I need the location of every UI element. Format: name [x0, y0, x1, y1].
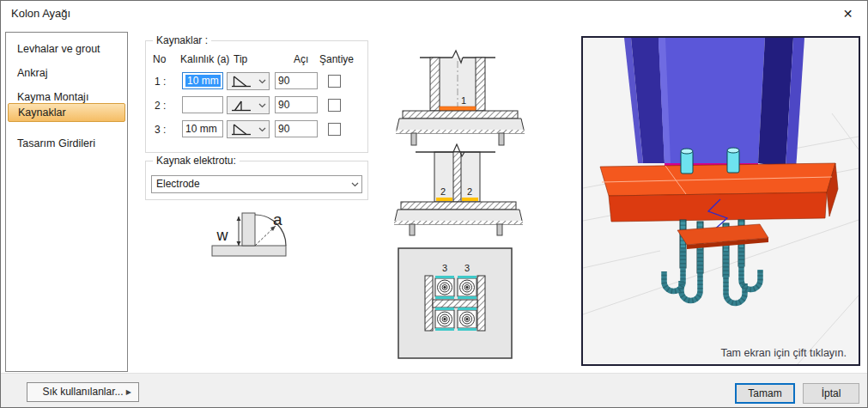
sidebar-item-levhalar-ve-grout[interactable]: Levhalar ve grout: [8, 40, 125, 58]
sidebar-item-tasarim-girdileri[interactable]: Tasarım Girdileri: [8, 134, 125, 153]
weld1-section-diagram: 1: [396, 46, 525, 154]
weld-row: 2 : 90: [146, 96, 367, 115]
page-title: Kolon Ayağı: [11, 1, 70, 27]
dialog-kolon-ayagi: Kolon Ayağı ✕ Levhalar ve grout Ankraj K…: [0, 0, 868, 408]
weld-row: 3 : 10 mm 90: [146, 120, 367, 139]
weld-angle-input[interactable]: 90: [275, 96, 318, 113]
arrow-right-icon: ▶: [126, 383, 131, 401]
chevron-down-icon: [258, 103, 266, 108]
column-web-face: [659, 38, 765, 163]
thickness-value: 10 mm: [185, 123, 217, 135]
sidebar-nav: Levhalar ve grout Ankraj Kayma Montajı K…: [5, 32, 128, 372]
close-icon[interactable]: ✕: [829, 1, 867, 27]
favorites-label: Sık kullanılanlar...: [42, 386, 123, 398]
welds-groupbox: Kaynaklar : No Kalınlık (a) Tip Açı Şant…: [145, 40, 368, 153]
weld2-number: 2: [440, 186, 446, 197]
bevel-weld-icon: [230, 99, 252, 113]
fillet-weld-icon: [230, 75, 252, 88]
col-header-type: Tip: [234, 53, 247, 65]
col-header-no: No: [153, 53, 166, 65]
electrode-groupbox: Kaynak elektrotu: Electrode: [145, 161, 368, 200]
favorites-button[interactable]: Sık kullanılanlar... ▶: [27, 382, 139, 402]
angle-value: 90: [278, 123, 289, 135]
weld3-number: 3: [442, 263, 447, 273]
weld-type-select[interactable]: [227, 120, 270, 138]
weld-thickness-input[interactable]: [182, 96, 223, 113]
anchor-j-hooks: [665, 247, 761, 303]
angle-value: 90: [278, 75, 289, 87]
selected-text: 10 mm: [185, 75, 221, 87]
weld-symbol-diagram: w a: [203, 208, 289, 258]
sidebar-item-kaynaklar[interactable]: Kaynaklar: [8, 103, 125, 122]
chevron-down-icon: [258, 127, 266, 132]
electrode-select[interactable]: Electrode: [151, 175, 362, 193]
viewer-3d[interactable]: Tam ekran için çift tıklayın.: [581, 36, 860, 366]
weld-site-checkbox[interactable]: [328, 75, 341, 88]
weld-type-select[interactable]: [227, 72, 270, 90]
weld-angle-input[interactable]: 90: [275, 72, 318, 89]
weld-site-checkbox[interactable]: [328, 123, 341, 136]
chevron-down-icon: [258, 79, 266, 84]
weld2-mark: [462, 198, 478, 201]
weld-thickness-input[interactable]: 10 mm: [182, 72, 223, 89]
viewer-3d-render: Tam ekran için çift tıklayın.: [583, 38, 859, 364]
weld3-plan-diagram: 3 3: [398, 247, 513, 360]
weld-angle-input[interactable]: 90: [275, 120, 318, 137]
electrode-value: Electrode: [156, 178, 200, 190]
weld-row-number: 1 :: [155, 72, 166, 91]
sidebar-item-ankraj[interactable]: Ankraj: [8, 64, 125, 82]
weld-row: 1 : 10 mm 90: [146, 72, 367, 91]
ok-button[interactable]: Tamam: [735, 383, 795, 404]
weld-type-select[interactable]: [227, 96, 270, 114]
electrode-legend: Kaynak elektrotu:: [153, 155, 240, 167]
weld2-section-diagram: 2 2: [394, 143, 523, 240]
viewer-caption: Tam ekran için çift tıklayın.: [720, 347, 847, 359]
fillet-weld-icon: [230, 123, 252, 137]
weld-row-number: 3 :: [155, 120, 166, 139]
title-bar: Kolon Ayağı ✕: [1, 1, 867, 27]
w-label: w: [216, 227, 229, 244]
weld2-number: 2: [467, 186, 472, 197]
angle-value: 90: [278, 99, 289, 111]
footer-bar: Sık kullanılanlar... ▶ Tamam İptal: [1, 373, 867, 408]
weld1-number: 1: [461, 95, 466, 106]
chevron-down-icon: [351, 182, 359, 187]
weld-thickness-input[interactable]: 10 mm: [182, 120, 223, 137]
weld2-mark: [436, 198, 452, 201]
weld1-mark: [440, 107, 476, 111]
col-header-thickness: Kalınlık (a): [180, 53, 229, 65]
col-header-angle: Açı: [294, 53, 308, 65]
col-header-site: Şantiye: [319, 53, 354, 65]
cancel-button[interactable]: İptal: [803, 383, 859, 404]
weld3-number: 3: [464, 263, 470, 273]
welds-legend: Kaynaklar :: [153, 34, 211, 46]
weld-row-number: 2 :: [155, 96, 166, 115]
weld-site-checkbox[interactable]: [328, 99, 341, 112]
a-label: a: [273, 210, 282, 228]
